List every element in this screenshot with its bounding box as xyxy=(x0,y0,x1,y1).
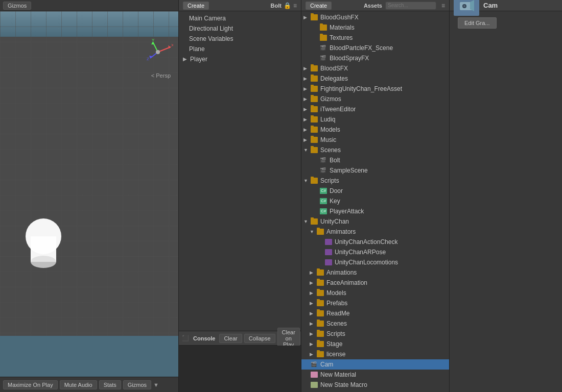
hierarchy-item-main-camera[interactable]: Main Camera xyxy=(179,13,301,23)
new-material-icon xyxy=(311,372,318,378)
gizmo-handle[interactable]: X Y Z xyxy=(143,37,173,67)
clear-button[interactable]: Clear xyxy=(219,334,242,343)
asset-item-bloodgushfx[interactable]: ▶ BloodGushFX xyxy=(301,12,449,22)
hierarchy-item-plane[interactable]: Plane xyxy=(179,44,301,54)
hierarchy-item-directional-light[interactable]: Directional Light xyxy=(179,23,301,34)
hierarchy-menu-icon[interactable]: ≡ xyxy=(293,2,297,9)
asset-item-unitychan[interactable]: ▼ UnityChan xyxy=(301,216,449,227)
fightingunitychan-folder-icon xyxy=(311,86,318,92)
scene-object xyxy=(20,218,66,275)
edit-graph-button[interactable]: Edit Gra... xyxy=(458,17,497,29)
hierarchy-item-player[interactable]: ▶ Player xyxy=(179,54,301,64)
animations-arrow: ▶ xyxy=(310,270,316,275)
bolt-scene-icon: 🎬 xyxy=(320,157,327,163)
asset-item-scripts[interactable]: ▼ Scripts xyxy=(301,176,449,186)
license-arrow: ▶ xyxy=(310,352,316,357)
scene-ground xyxy=(0,336,178,377)
scene-panel: Gizmos xyxy=(0,0,179,392)
cam-label: Cam xyxy=(320,361,333,368)
asset-item-door[interactable]: C# Door xyxy=(301,186,449,196)
collapse-button[interactable]: Collapse xyxy=(244,334,275,343)
asset-item-samplescene[interactable]: 🎬 SampleScene xyxy=(301,165,449,176)
asset-item-textures[interactable]: Textures xyxy=(301,33,449,43)
scene-view: X Y Z < Persp xyxy=(0,11,178,377)
stats-button[interactable]: Stats xyxy=(99,380,121,389)
assets-create-button[interactable]: Create xyxy=(306,2,332,10)
gizmos-button[interactable]: Gizmos xyxy=(123,380,151,389)
asset-item-unitychanlocomotions[interactable]: UnityChanLocomotions xyxy=(301,257,449,267)
asset-item-stage[interactable]: ▶ Stage xyxy=(301,339,449,349)
textures-folder-icon xyxy=(320,35,327,41)
create-button[interactable]: Create xyxy=(183,2,209,10)
bloodsfx-folder-icon xyxy=(311,65,318,71)
asset-item-unitychanactioncheck[interactable]: UnityChanActionCheck xyxy=(301,237,449,247)
asset-item-playerattack[interactable]: C# PlayerAttack xyxy=(301,206,449,216)
asset-item-scripts2[interactable]: ▶ Scripts xyxy=(301,329,449,339)
playerattack-script-icon: C# xyxy=(320,208,327,214)
hierarchy-title: Bolt xyxy=(271,3,282,9)
asset-item-delegates[interactable]: ▶ Delegates xyxy=(301,74,449,84)
svg-text:Y: Y xyxy=(152,38,155,42)
scenes2-folder-icon xyxy=(317,321,324,327)
gizmos-tab[interactable]: Gizmos xyxy=(3,2,31,10)
unitychanarpose-animator-icon xyxy=(325,249,332,255)
dropdown-arrow[interactable]: ▼ xyxy=(153,382,159,388)
amimators-folder-icon xyxy=(317,229,324,235)
asset-item-new-state-macro[interactable]: New State Macro xyxy=(301,380,449,390)
scene-canvas: X Y Z < Persp xyxy=(0,11,178,377)
assets-panel: Create Assets ≡ ▶ BloodGushFX Materials … xyxy=(301,0,450,392)
hierarchy-item-scene-variables[interactable]: Scene Variables xyxy=(179,34,301,44)
readme-arrow: ▶ xyxy=(310,311,316,316)
assets-header: Create Assets ≡ xyxy=(301,0,449,11)
svg-text:X: X xyxy=(171,43,173,47)
bloodsprayfx-scene-icon: 🎬 xyxy=(320,55,327,61)
asset-item-music[interactable]: ▶ Music xyxy=(301,135,449,145)
stage-arrow: ▶ xyxy=(310,341,316,347)
asset-item-key[interactable]: C# Key xyxy=(301,196,449,206)
asset-item-models2[interactable]: ▶ Models xyxy=(301,288,449,298)
faceanimation-folder-icon xyxy=(317,280,324,286)
assets-title: Assets xyxy=(364,3,382,9)
asset-item-scenes2[interactable]: ▶ Scenes xyxy=(301,318,449,329)
asset-item-scenes[interactable]: ▼ Scenes xyxy=(301,145,449,155)
cam-scene-icon: 🎬 xyxy=(311,361,318,368)
assets-menu-icon[interactable]: ≡ xyxy=(441,2,445,9)
asset-item-fightingunitychan[interactable]: ▶ FightingUnityChan_FreeAsset xyxy=(301,84,449,94)
asset-item-readme[interactable]: ▶ ReadMe xyxy=(301,308,449,318)
assets-search-input[interactable] xyxy=(385,2,436,10)
unitychanlocomotions-animator-icon xyxy=(325,259,332,265)
asset-item-bolt-scene[interactable]: 🎬 Bolt xyxy=(301,155,449,165)
asset-item-cam[interactable]: 🎬 Cam xyxy=(301,359,449,370)
asset-item-new-material[interactable]: New Material xyxy=(301,370,449,380)
asset-item-materials[interactable]: Materials xyxy=(301,22,449,33)
asset-item-prefabs[interactable]: ▶ Prefabs xyxy=(301,298,449,308)
readme-folder-icon xyxy=(317,310,324,316)
asset-item-license[interactable]: ▶ license xyxy=(301,349,449,359)
bloodpartclefx-scene-icon: 🎬 xyxy=(320,45,327,51)
asset-item-bloodpartclefx[interactable]: 🎬 BloodPartcleFX_Scene xyxy=(301,43,449,53)
maximize-on-play-button[interactable]: Maximize On Play xyxy=(3,380,58,389)
asset-item-models[interactable]: ▶ Models xyxy=(301,125,449,135)
asset-item-itweeneditor[interactable]: ▶ iTweenEditor xyxy=(301,104,449,114)
asset-item-faceanimation[interactable]: ▶ FaceAnimation xyxy=(301,278,449,288)
asset-item-unitychanarpose[interactable]: UnityChanARPose xyxy=(301,247,449,257)
mute-audio-button[interactable]: Mute Audio xyxy=(60,380,97,389)
hierarchy-lock-icon[interactable]: 🔒 xyxy=(284,2,291,9)
unitychan-arrow: ▼ xyxy=(303,219,310,224)
scene-bottom-toolbar: Maximize On Play Mute Audio Stats Gizmos… xyxy=(0,377,178,392)
scenes-folder-icon xyxy=(311,147,318,153)
asset-item-bloodsprayfx[interactable]: 🎬 BloodSprayFX xyxy=(301,53,449,63)
asset-item-animations[interactable]: ▶ Animations xyxy=(301,267,449,278)
prefabs-arrow: ▶ xyxy=(310,301,316,306)
amimators-arrow: ▼ xyxy=(310,229,316,234)
asset-item-amimators[interactable]: ▼ Amimators xyxy=(301,227,449,237)
console-icon: ⬛ xyxy=(182,335,189,341)
inspector-title: Cam xyxy=(483,2,498,9)
asset-item-ludiq[interactable]: ▶ Ludiq xyxy=(301,114,449,125)
asset-item-gizmos[interactable]: ▶ Gizmos xyxy=(301,94,449,104)
scripts-folder-icon xyxy=(311,178,318,184)
delegates-arrow: ▶ xyxy=(303,76,310,81)
plane-label: Plane xyxy=(189,45,205,53)
asset-item-bloodsfx[interactable]: ▶ BloodSFX xyxy=(301,63,449,74)
camera-icon xyxy=(459,0,474,12)
